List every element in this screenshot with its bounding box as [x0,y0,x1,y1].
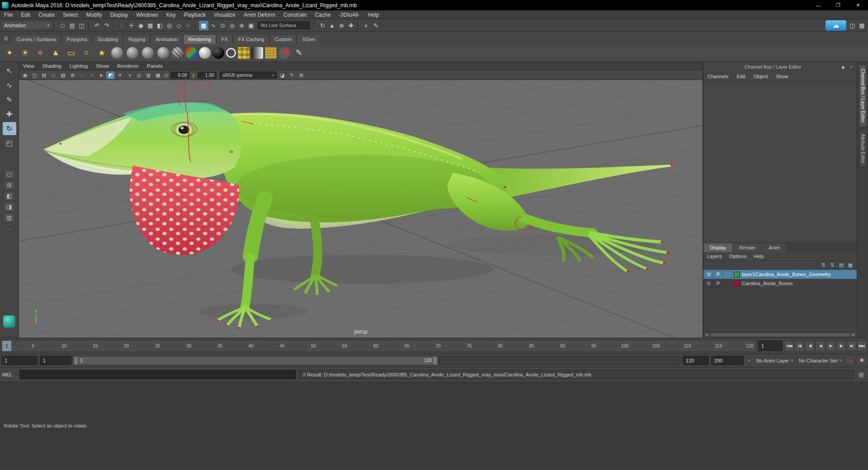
close-button[interactable]: ✕ [848,0,868,10]
redo-icon[interactable]: ↷ [102,21,111,30]
script-editor-icon[interactable]: ▤ [857,370,866,379]
animation-end-field[interactable]: 200 [711,356,744,365]
playback-end-field[interactable]: 120 [683,356,709,365]
persp-graph-layout-button[interactable]: ◨ [4,202,15,212]
shader-ball-icon-4[interactable] [157,47,169,59]
shelf-tab-xgen[interactable]: XGen [297,34,320,44]
checker-texture-icon[interactable] [238,47,250,59]
use-all-lights-icon[interactable]: ☀ [116,71,124,79]
open-render-view-icon[interactable]: ▲ [327,21,337,30]
ramp-texture-icon[interactable] [251,47,263,59]
playback-start-field[interactable]: 1 [40,356,71,365]
scale-tool[interactable]: ◰ [3,136,16,150]
snap-to-curve-icon[interactable]: ∿ [208,21,218,30]
scrollbar-thumb[interactable] [710,333,850,337]
layer-editor-menu-help[interactable]: Help [750,254,768,259]
point-light-icon[interactable]: ✧ [33,46,47,60]
menu-3dtoall[interactable]: -3DtoAll- [335,10,364,19]
sidebar-tab-attribute-editor[interactable]: Attribute Editor [859,130,867,168]
step-forward-frame-button[interactable]: ▶| [847,341,856,351]
scroll-left-icon[interactable]: ◀ [703,332,710,338]
command-result[interactable]: // Result: D:/models_temp/Test/Ready/260… [299,370,854,379]
viewport-canvas[interactable]: Y persp [19,80,703,338]
channel-box-menu-edit[interactable]: Edit [732,74,749,79]
paint-effects-icon[interactable]: ✎ [371,21,381,30]
layer-color-chip[interactable] [734,272,740,277]
viewport-menu-lighting[interactable]: Lighting [66,63,92,69]
multisample-icon[interactable]: ▦ [154,71,162,79]
color-space-selector[interactable]: sRGB gamma ▾ [219,71,277,79]
render-current-frame-icon[interactable]: ⊕ [337,21,346,30]
channel-box-menu-object[interactable]: Object [749,74,772,79]
oversan-icon[interactable]: ◌ [78,71,86,79]
grease-pencil-icon[interactable]: ✎ [288,71,296,79]
menu-help[interactable]: Help [364,10,383,19]
content-browser-icon[interactable] [3,315,15,328]
layer-visibility-toggle[interactable]: V [704,280,713,287]
exposure-field[interactable]: 0.00 [170,72,189,79]
menu-create[interactable]: Create [34,10,59,19]
layer-row[interactable]: VPlayer1Carolina_Anole_Bones_Geometry [703,270,857,279]
animation-preferences-button[interactable]: ✱ [857,356,867,365]
select-surfaces-icon[interactable]: ○ [184,21,193,30]
go-to-start-button[interactable]: |◀◀ [784,341,794,351]
menu-key[interactable]: Key [162,10,180,19]
layer-name[interactable]: layer1Carolina_Anole_Bones_Geometry [742,272,831,277]
spot-light-icon[interactable]: ▲ [49,46,62,60]
volume-light-icon[interactable]: ○ [80,46,93,60]
play-forwards-button[interactable]: ▶ [826,341,835,351]
black-shader-ball-icon[interactable] [212,47,224,59]
menu-set-selector[interactable]: Animation ▾ [1,21,52,30]
layout-grid-icon[interactable]: ▦ [857,21,867,30]
channel-box-menu-show[interactable]: Show [772,74,793,79]
layer-editor-tab-display[interactable]: Display [703,243,733,252]
new-scene-icon[interactable]: □ [58,21,67,30]
current-frame-marker[interactable]: 1 [2,341,11,351]
range-options-caret-icon[interactable]: ▾ [746,357,752,365]
go-to-end-button[interactable]: ▶▶| [857,341,867,351]
play-backwards-button[interactable]: ◀ [816,341,825,351]
layer-visibility-toggle[interactable]: V [704,271,713,278]
menu-modify[interactable]: Modify [82,10,106,19]
character-set-selector[interactable]: No Character Set ▾ [797,358,843,363]
select-handles-icon[interactable]: ◧ [155,21,165,30]
exposure-icon[interactable]: ⊡ [163,72,170,78]
layer-type-cell[interactable] [723,280,732,287]
menu-cache[interactable]: Cache [311,10,335,19]
grid-texture-icon[interactable] [265,47,277,59]
snap-to-grid-icon[interactable]: ▦ [199,21,208,30]
viewport-menu-view[interactable]: View [19,63,38,69]
menu-display[interactable]: Display [106,10,132,19]
ring-shader-ball-icon[interactable] [226,48,236,58]
live-surface-field[interactable]: No Live Surface [258,21,310,29]
viewport-menu-renderer[interactable]: Renderer [113,63,143,69]
menu-constrain[interactable]: Constrain [279,10,311,19]
shader-ball-icon-3[interactable] [142,47,154,59]
menu-file[interactable]: File [0,10,17,19]
move-layer-down-icon[interactable]: ⇅ [829,262,836,269]
rotate-tool[interactable]: ↻ [3,122,16,135]
pin-icon[interactable]: ◆ [840,64,846,70]
select-joints-icon[interactable]: ◎ [165,21,174,30]
lasso-tool[interactable]: ∿ [3,79,16,92]
range-slider-track[interactable]: 1 120 [74,356,680,365]
layer-name[interactable]: Carolina_Anole_Bones [742,281,793,286]
menu-anim-deform[interactable]: Anim Deform [240,10,279,19]
lizard-model[interactable] [43,102,674,329]
close-icon[interactable]: × [848,64,854,70]
layer-editor-menu-layers[interactable]: Layers [703,254,726,259]
layer-type-cell[interactable] [723,271,732,278]
bookmarks-icon[interactable]: ◇ [49,71,58,79]
layer-row[interactable]: VPCarolina_Anole_Bones [703,279,857,288]
scroll-right-icon[interactable]: ▶ [850,332,857,338]
shader-ball-icon-2[interactable] [127,47,138,59]
render-globe-icon[interactable] [185,47,197,59]
layer-editor-menu-options[interactable]: Options [726,254,750,259]
layer-playback-toggle[interactable]: P [714,280,722,287]
select-curves-icon[interactable]: ◇ [174,21,184,30]
striped-shader-ball-icon[interactable] [172,47,184,59]
2d-pan-zoom-icon[interactable]: ⊕ [68,71,77,79]
select-tool[interactable]: ↖ [3,64,16,77]
shelf-menu-icon[interactable]: ≣ [2,34,10,42]
lock-camera-icon[interactable]: ◫ [30,71,39,79]
